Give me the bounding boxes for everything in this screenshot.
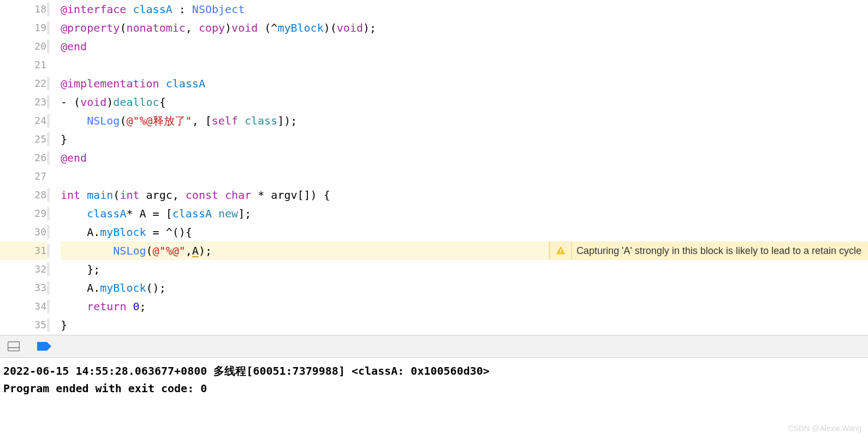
code-line[interactable]: return 0;: [61, 297, 868, 316]
code-line[interactable]: @interface classA : NSObject: [61, 0, 868, 19]
line-number: 24: [0, 111, 46, 130]
line-number: 28: [0, 186, 46, 204]
code-line[interactable]: @implementation classA: [61, 74, 868, 93]
svg-rect-2: [8, 342, 20, 351]
code-line[interactable]: classA* A = [classA new];: [61, 204, 868, 223]
console-panel-icon[interactable]: [8, 341, 20, 351]
line-number-gutter: 181920212223242526272829303132333435: [0, 0, 52, 335]
breakpoint-arrow-icon[interactable]: [37, 342, 51, 351]
svg-rect-1: [560, 252, 561, 253]
code-line[interactable]: - (void)dealloc{: [61, 93, 868, 111]
line-number: 20: [0, 37, 46, 56]
code-line[interactable]: @end: [61, 149, 868, 167]
code-line[interactable]: [61, 56, 868, 74]
line-number: 29: [0, 204, 46, 223]
code-line[interactable]: NSLog(@"%@",A); Capturing 'A' strongly i…: [61, 241, 868, 260]
line-number: 18: [0, 0, 46, 19]
line-number: 31: [0, 241, 46, 260]
line-number: 25: [0, 130, 46, 149]
line-number: 19: [0, 19, 46, 37]
line-number: 33: [0, 279, 46, 297]
code-line[interactable]: @end: [61, 37, 868, 56]
code-line[interactable]: @property(nonatomic, copy)void (^myBlock…: [61, 19, 868, 37]
line-number: 34: [0, 297, 46, 316]
line-number: 32: [0, 260, 46, 279]
code-line[interactable]: NSLog(@"%@释放了", [self class]);: [61, 111, 868, 130]
svg-rect-0: [560, 249, 561, 252]
console-line: 2022-06-15 14:55:28.063677+0800 多线程[6005…: [3, 362, 865, 380]
code-area[interactable]: @interface classA : NSObject@property(no…: [52, 0, 868, 335]
code-line[interactable]: int main(int argc, const char * argv[]) …: [61, 186, 868, 204]
console-output[interactable]: 2022-06-15 14:55:28.063677+0800 多线程[6005…: [0, 358, 868, 401]
line-number: 30: [0, 223, 46, 241]
warning-banner[interactable]: Capturing 'A' strongly in this block is …: [549, 241, 868, 260]
line-number: 23: [0, 93, 46, 111]
code-editor[interactable]: 181920212223242526272829303132333435 @in…: [0, 0, 868, 335]
code-line[interactable]: A.myBlock();: [61, 279, 868, 297]
code-line[interactable]: A.myBlock = ^(){: [61, 223, 868, 241]
debug-toolbar: [0, 335, 868, 358]
line-number: 21: [0, 56, 46, 74]
warning-message: Capturing 'A' strongly in this block is …: [571, 241, 868, 260]
line-number: 35: [0, 316, 46, 334]
watermark: CSDN @Alexw.Wang: [788, 424, 861, 433]
code-line[interactable]: [61, 167, 868, 186]
console-line: Program ended with exit code: 0: [3, 380, 865, 397]
code-line[interactable]: };: [61, 260, 868, 279]
line-number: 26: [0, 149, 46, 167]
line-number: 27: [0, 167, 46, 186]
code-line[interactable]: }: [61, 316, 868, 334]
warning-icon: [550, 241, 571, 260]
line-number: 22: [0, 74, 46, 93]
code-line[interactable]: }: [61, 130, 868, 149]
